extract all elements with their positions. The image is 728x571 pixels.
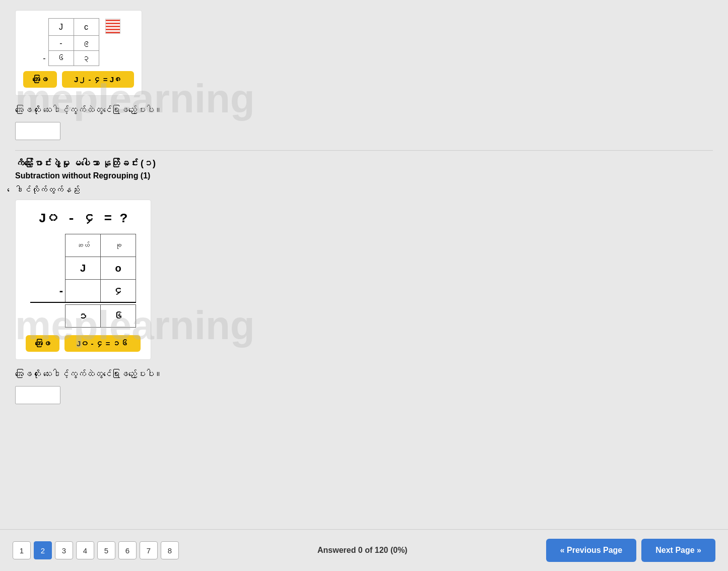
main-row1-op xyxy=(30,257,65,280)
page-btn-6[interactable]: 6 xyxy=(118,541,137,559)
main-instruction-text: အဖြေကို လေးဒေါင့်ကွက်ထဲတွင်ရေးဖြည့်ပေးပါ… xyxy=(15,367,713,381)
top-row1-extra xyxy=(99,36,124,51)
page-btn-3[interactable]: 3 xyxy=(55,541,73,559)
main-row1-tens: J xyxy=(65,257,101,280)
main-result-ones: ၆ xyxy=(101,305,136,328)
section-title-english: Subtraction without Regrouping (1) xyxy=(15,171,713,180)
top-table-icons xyxy=(99,19,124,36)
main-sub-table: ဆယ် ခု J o - ၄ ၁ ၆ xyxy=(30,234,137,328)
page-btn-5[interactable]: 5 xyxy=(97,541,115,559)
main-result-op xyxy=(30,305,65,328)
section-title-myanmar: ကိန်းပြောင်းဖွဲ့မှု မပါသော နုတ်ခြင်း (၁) xyxy=(15,158,713,169)
main-result-tens: ၁ xyxy=(65,305,101,328)
top-row2-op: - xyxy=(23,51,48,66)
main-explain-button[interactable]: အဖြေ xyxy=(26,335,59,352)
section-divider xyxy=(15,150,713,151)
problem-title: J၀ - ၄ = ? xyxy=(26,210,141,226)
top-table-header-tens: J xyxy=(48,19,74,36)
pagination: 1 2 3 4 5 6 7 8 xyxy=(13,541,179,559)
prev-page-button[interactable]: « Previous Page xyxy=(546,539,637,562)
top-row2-ones: ၃ xyxy=(74,51,99,66)
top-table-minus-cell xyxy=(23,19,48,36)
footer: 1 2 3 4 5 6 7 8 Answered 0 of 120 (0%) «… xyxy=(0,529,728,571)
main-row2-op: - xyxy=(30,280,65,302)
main-row2-tens xyxy=(65,280,101,302)
top-btn-row: အဖြေ J၂ - ၄ = J၈ xyxy=(23,71,134,88)
top-exercise-block: J c - ၉ - ၆ ၃ အဖြေ J၂ - ၄ = J၈ xyxy=(15,10,142,96)
page-btn-8[interactable]: 8 xyxy=(161,541,179,559)
main-equation-button[interactable]: J၀ - ၄ = ၁၆ xyxy=(64,335,141,352)
main-exercise-box: J၀ - ၄ = ? ဆယ် ခု J o - ၄ xyxy=(15,200,151,360)
main-answer-input[interactable] xyxy=(15,386,60,404)
main-table-header-tens: ဆယ် xyxy=(65,234,101,257)
top-row1-op xyxy=(23,36,48,51)
next-page-button[interactable]: Next Page » xyxy=(641,539,715,562)
section-label: ဒေါင်လိုက်တွက်နည်း xyxy=(15,185,713,195)
top-equation-button[interactable]: J၂ - ၄ = J၈ xyxy=(62,71,134,88)
main-table-op-header xyxy=(30,234,65,257)
main-row2-ones: ၄ xyxy=(101,280,136,302)
top-row1-ones: ၉ xyxy=(74,36,99,51)
top-row2-tens: ၆ xyxy=(48,51,74,66)
top-row2-extra xyxy=(99,51,124,66)
top-instruction-text: အဖြေကို လေးဒေါင့်ကွက်ထဲတွင်ရေးဖြည့်ပေးပါ… xyxy=(15,103,713,117)
page-btn-2[interactable]: 2 xyxy=(34,541,52,559)
top-answer-input[interactable] xyxy=(15,122,60,140)
nav-btn-row: « Previous Page Next Page » xyxy=(546,539,715,562)
page-btn-4[interactable]: 4 xyxy=(76,541,94,559)
top-mini-table: J c - ၉ - ၆ ၃ xyxy=(23,18,124,66)
main-row1-ones: o xyxy=(101,257,136,280)
main-table-header-ones: ခု xyxy=(101,234,136,257)
page-btn-7[interactable]: 7 xyxy=(140,541,158,559)
top-table-header-ones: c xyxy=(74,19,99,36)
page-btn-1[interactable]: 1 xyxy=(13,541,31,559)
top-explain-button[interactable]: အဖြေ xyxy=(23,71,57,88)
main-btn-row: အဖြေ J၀ - ၄ = ၁၆ xyxy=(26,335,141,352)
answered-count: Answered 0 of 120 (0%) xyxy=(317,546,408,555)
top-row1-tens: - xyxy=(48,36,74,51)
